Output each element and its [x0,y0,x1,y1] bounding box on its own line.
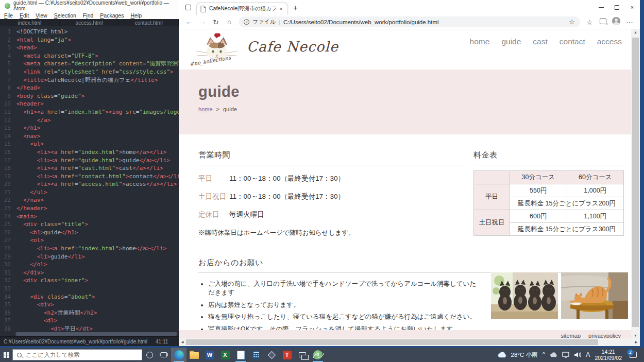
atom-horizontal-scrollbar[interactable] [0,332,179,336]
nav-link-contact[interactable]: contact [560,37,585,46]
code-line[interactable]: 27 <ol> [0,236,179,245]
new-tab-button[interactable]: + [293,3,298,12]
code-line[interactable]: 19 <li><a href="contact.html">contact</a… [0,173,179,181]
task-view-button[interactable] [157,348,171,362]
code-line[interactable]: 33 [0,285,179,293]
nav-link-cast[interactable]: cast [533,37,547,46]
code-line[interactable]: 18 <li><a href="cast.html">cast</a></li> [0,164,179,173]
code-line[interactable]: 4 <meta charset="UTF-8"> [0,52,179,60]
code-line[interactable]: 35 <div> [0,301,179,309]
code-line[interactable]: 17 <li><a href="guide.html">guide</a></l… [0,157,179,165]
menu-find[interactable]: Find [83,12,93,19]
code-line[interactable]: 21 </ul> [0,188,179,197]
code-line[interactable]: 15 <ul> [0,140,179,148]
minimize-button[interactable] [594,0,609,14]
back-icon[interactable]: ← [183,18,195,26]
taskbar-app-edge[interactable] [171,348,187,362]
home-icon[interactable]: ⌂ [223,18,235,26]
volume-icon[interactable] [574,352,581,358]
display-icon[interactable] [562,352,569,358]
footer-link-sitemap[interactable]: sitemap [561,333,581,338]
tab-actions-menu-icon[interactable] [182,2,194,13]
weather-text[interactable]: 28°C 小雨 [511,351,538,359]
code-line[interactable]: 29 <li>guide</li> [0,253,179,261]
taskbar-clock[interactable]: 14:21 2021/09/02 [595,349,622,361]
atom-code-editor[interactable]: 1<!DOCTYPE html>2<html lang="ja">3<head>… [0,26,179,336]
onedrive-icon[interactable] [550,352,557,357]
address-url[interactable]: C:/Users/seito02/Documents/web_work/port… [283,19,566,25]
code-line[interactable]: 37 <dl> [0,317,179,325]
taskbar-search[interactable] [12,349,142,360]
code-line[interactable]: 3<head> [0,44,179,52]
atom-titlebar[interactable]: guide.html — C:¥Users¥seito02¥Documents¥… [0,0,179,11]
tab-close-icon[interactable]: × [279,6,284,12]
reload-icon[interactable]: ↻ [210,18,222,26]
address-bar[interactable]: i ファイル | C:/Users/seito02/Documents/web_… [239,16,580,27]
browser-tab[interactable]: CafeNecole|野洲市の猫カフェ × [196,3,288,15]
menu-packages[interactable]: Packages [100,12,124,19]
code-line[interactable]: 10<header> [0,100,179,108]
code-line[interactable]: 12 </a> [0,116,179,125]
code-line[interactable]: 9<body class="guide"> [0,92,179,100]
cortana-button[interactable] [142,348,157,362]
menu-view[interactable]: View [36,12,47,19]
favorites-list-icon[interactable]: ☆ [583,18,596,26]
more-menu-icon[interactable]: ··· [623,18,636,26]
nav-link-home[interactable]: home [470,37,490,46]
code-line[interactable]: 30 </ol> [0,261,179,269]
maximize-button[interactable] [609,0,624,14]
weather-icon[interactable] [498,352,506,358]
code-line[interactable]: 31 </div> [0,269,179,277]
code-line[interactable]: 34 <div class="about"> [0,293,179,301]
code-line[interactable]: 25 <div class="title"> [0,220,179,229]
start-button[interactable] [0,348,12,362]
taskbar-app-atom[interactable] [310,348,326,362]
menu-help[interactable]: Help [130,12,142,19]
code-line[interactable]: 8</head> [0,84,179,92]
code-line[interactable]: 16 <li><a href="index.html">home</a></li… [0,148,179,157]
taskbar-app-calculator[interactable] [248,348,264,362]
scroll-up-icon[interactable]: ▲ [631,30,640,34]
menu-file[interactable]: File [4,12,13,19]
scrollbar-thumb[interactable] [15,332,177,336]
scrollbar-thumb[interactable] [632,38,639,327]
vertical-scrollbar[interactable]: ▲ ▼ [631,29,640,338]
nav-link-access[interactable]: access [597,37,622,46]
breadcrumb-home-link[interactable]: home [198,106,213,112]
editor-tab-index.html[interactable]: index.html [0,19,60,26]
taskbar-app-notepad[interactable] [233,348,248,362]
code-line[interactable]: 23</header> [0,204,179,213]
code-line[interactable]: 11 <h1><a href="index.html"><img src="im… [0,108,179,116]
ime-indicator[interactable]: A [586,351,590,358]
taskbar-app-word[interactable]: W [202,348,217,362]
code-line[interactable]: 32 <div class="inner"> [0,277,179,285]
taskbar-app-explorer[interactable] [187,348,202,362]
taskbar-app-viewer3d[interactable] [264,348,279,362]
collections-icon[interactable] [597,18,609,26]
horizontal-scrollbar[interactable]: ◄ ► [179,338,640,346]
forward-icon[interactable]: → [196,18,209,26]
code-line[interactable]: 24<main> [0,213,179,221]
site-logo[interactable]: #ne_kollections Cafe Necole [188,30,338,68]
scrollbar-thumb[interactable] [186,339,598,345]
menu-selection[interactable]: Selection [54,12,76,19]
status-file-path[interactable]: C:¥Users¥seito02¥Documents¥web_work¥port… [4,339,147,344]
favorite-star-icon[interactable]: ☆ [569,18,575,26]
taskbar-app-redapp[interactable]: T [279,348,295,362]
close-button[interactable]: × [624,0,640,14]
code-line[interactable]: 14 <nav> [0,132,179,141]
footer-link-privacypolicy[interactable]: privacypolicy [588,333,621,338]
editor-tab-contact.html[interactable]: contact.html [119,19,179,26]
code-line[interactable]: 2<html lang="ja"> [0,36,179,44]
code-line[interactable]: 13 </h1> [0,124,179,132]
search-input[interactable] [26,352,124,358]
taskbar-app-screens[interactable] [295,348,310,362]
nav-link-guide[interactable]: guide [501,37,521,46]
scroll-right-icon[interactable]: ► [634,338,638,346]
code-line[interactable]: 20 <li><a href="access.html">access</a><… [0,180,179,188]
code-line[interactable]: 22 </nav> [0,196,179,204]
code-line[interactable]: 5 <meta charset="description" content="滋… [0,60,179,68]
scroll-left-icon[interactable]: ◄ [180,338,184,346]
info-icon[interactable]: i [244,19,249,25]
scroll-down-icon[interactable]: ▼ [631,334,640,337]
